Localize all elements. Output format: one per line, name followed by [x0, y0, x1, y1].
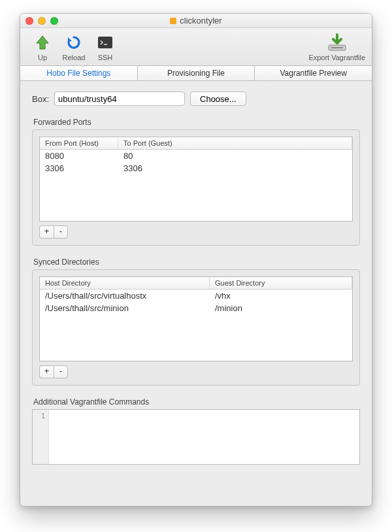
window-title: clickontyler	[180, 16, 221, 25]
content: Box: Choose... Forwarded Ports From Port…	[20, 81, 372, 487]
toolbar: Up Reload SSH Export Vagrantfile	[20, 28, 372, 66]
up-button[interactable]: Up	[27, 33, 58, 61]
synced-directories-group: Synced Directories Host Directory Guest …	[32, 258, 360, 386]
port-to: 80	[118, 150, 352, 161]
dirs-header-host: Host Directory	[40, 277, 210, 289]
box-row: Box: Choose...	[32, 91, 360, 106]
choose-button[interactable]: Choose...	[190, 91, 246, 106]
commands-title: Additional Vagrantfile Commands	[32, 397, 360, 407]
app-icon	[170, 18, 176, 24]
export-icon	[326, 33, 348, 52]
synced-directories-title: Synced Directories	[32, 258, 360, 267]
maximize-icon[interactable]	[50, 17, 58, 25]
table-row[interactable]: 3306 3306	[40, 162, 352, 175]
ports-remove-button[interactable]: -	[54, 225, 68, 239]
port-from: 8080	[40, 150, 118, 161]
dirs-header-guest: Guest Directory	[210, 277, 352, 289]
up-icon	[33, 33, 52, 52]
forwarded-ports-group: Forwarded Ports From Port (Host) To Port…	[32, 118, 360, 246]
svg-rect-3	[331, 47, 343, 48]
traffic-lights	[25, 17, 58, 25]
forwarded-ports-table[interactable]: From Port (Host) To Port (Guest) 8080 80…	[39, 137, 353, 222]
close-icon[interactable]	[25, 17, 33, 25]
ports-header-from: From Port (Host)	[40, 137, 118, 149]
editor-code-area[interactable]	[49, 410, 359, 464]
box-label: Box:	[32, 94, 49, 104]
dir-guest: /minion	[210, 303, 352, 314]
minimize-icon[interactable]	[38, 17, 46, 25]
reload-label: Reload	[63, 54, 86, 61]
ssh-button[interactable]: SSH	[90, 33, 121, 61]
tab-hobo-settings[interactable]: Hobo File Settings	[20, 66, 138, 80]
ports-add-button[interactable]: +	[39, 225, 54, 239]
dirs-remove-button[interactable]: -	[54, 365, 68, 378]
forwarded-ports-title: Forwarded Ports	[32, 118, 360, 127]
commands-editor[interactable]: 1	[32, 409, 360, 465]
dir-host: /Users/thall/src/virtualhostx	[40, 290, 210, 301]
reload-button[interactable]: Reload	[58, 33, 90, 61]
export-button[interactable]: Export Vagrantfile	[308, 33, 365, 61]
dirs-add-button[interactable]: +	[39, 365, 54, 378]
synced-directories-table[interactable]: Host Directory Guest Directory /Users/th…	[39, 276, 353, 361]
up-label: Up	[38, 54, 47, 61]
terminal-icon	[95, 33, 115, 52]
port-to: 3306	[118, 163, 352, 174]
titlebar: clickontyler	[20, 14, 372, 28]
reload-icon	[64, 33, 84, 52]
editor-gutter: 1	[33, 410, 49, 464]
table-row[interactable]: /Users/thall/src/virtualhostx /vhx	[40, 290, 352, 302]
box-input[interactable]	[54, 91, 185, 106]
tab-provisioning[interactable]: Provisioning File	[138, 66, 255, 80]
table-row[interactable]: /Users/thall/src/minion /minion	[40, 302, 352, 314]
ssh-label: SSH	[98, 54, 113, 61]
app-window: clickontyler Up Reload SSH Expor	[20, 13, 372, 507]
tab-vagrantfile-preview[interactable]: Vagrantfile Preview	[255, 66, 372, 80]
dir-host: /Users/thall/src/minion	[40, 303, 210, 314]
svg-rect-0	[98, 37, 112, 48]
ports-header-to: To Port (Guest)	[118, 137, 352, 149]
tabbar: Hobo File Settings Provisioning File Vag…	[20, 66, 372, 81]
port-from: 3306	[40, 163, 118, 174]
commands-group: Additional Vagrantfile Commands 1	[32, 397, 360, 465]
export-label: Export Vagrantfile	[308, 54, 365, 61]
window-title-wrap: clickontyler	[170, 16, 221, 25]
dir-guest: /vhx	[210, 290, 352, 301]
table-row[interactable]: 8080 80	[40, 150, 352, 162]
